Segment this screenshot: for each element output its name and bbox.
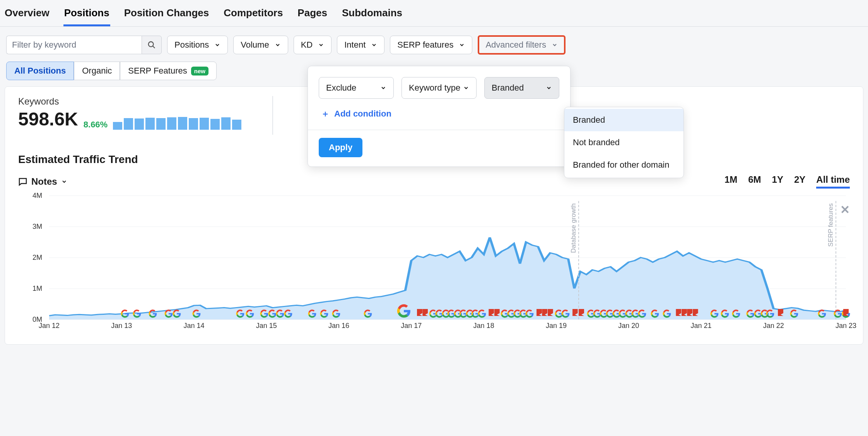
range-1y[interactable]: 1Y [772, 174, 783, 189]
filter-action-select[interactable]: Exclude [319, 77, 394, 99]
flag-marker-icon [676, 309, 681, 318]
filter-volume[interactable]: Volume [233, 36, 288, 54]
y-tick: 4M [32, 192, 42, 200]
notes-label: Notes [31, 176, 57, 187]
sparkline-bar [113, 122, 122, 130]
keyword-search-input[interactable] [6, 36, 142, 54]
annotation-label: SERP features [827, 203, 835, 247]
flag-marker-icon [572, 309, 578, 318]
google-marker-icon [149, 309, 157, 318]
add-condition-button[interactable]: ＋ Add condition [321, 108, 559, 120]
google-marker-icon [276, 309, 284, 318]
x-tick: Jan 23 [836, 322, 856, 330]
y-tick: 2M [32, 254, 42, 262]
google-marker-icon [638, 309, 646, 318]
x-tick: Jan 12 [39, 322, 60, 330]
filter-serp-features[interactable]: SERP features [390, 36, 472, 54]
y-tick: 1M [32, 285, 42, 293]
advanced-filters-popover: Exclude Keyword type Branded ＋ Add condi… [308, 66, 571, 167]
flag-marker-icon [682, 309, 687, 318]
google-marker-icon [236, 309, 244, 318]
add-condition-label: Add condition [334, 109, 391, 119]
google-marker-icon [397, 304, 411, 318]
sparkline-bar [145, 118, 155, 130]
segment-all-positions[interactable]: All Positions [6, 62, 74, 80]
apply-button[interactable]: Apply [319, 138, 362, 157]
segment-serp-features[interactable]: SERP Featuresnew [120, 62, 217, 80]
google-marker-icon [732, 309, 740, 318]
x-tick: Jan 21 [690, 322, 711, 330]
google-marker-icon [268, 309, 277, 318]
tab-competitors[interactable]: Competitors [223, 5, 284, 26]
filter-value-select[interactable]: Branded [484, 77, 559, 99]
filter-pill-label: KD [301, 40, 313, 50]
filter-pill-label: Volume [241, 40, 269, 50]
flag-marker-icon [494, 309, 500, 318]
menu-item-branded[interactable]: Branded [564, 109, 683, 131]
segment-label: SERP Features [128, 66, 187, 76]
advanced-filters-button[interactable]: Advanced filters [478, 35, 566, 55]
stat-divider [272, 96, 273, 135]
keyword-search [6, 36, 162, 54]
google-marker-icon [121, 309, 129, 318]
stat-keywords-pct: 8.66% [84, 120, 108, 130]
chevron-down-icon [546, 85, 552, 91]
filter-kd[interactable]: KD [294, 36, 332, 54]
google-marker-icon [834, 309, 842, 318]
keywords-sparkline [113, 116, 241, 130]
x-tick: Jan 22 [763, 322, 784, 330]
notes-icon [18, 177, 27, 186]
tab-overview[interactable]: Overview [4, 5, 50, 26]
filter-intent[interactable]: Intent [337, 36, 384, 54]
menu-item-branded-for-other-domain[interactable]: Branded for other domain [564, 154, 683, 176]
filter-value-label: Branded [492, 83, 524, 93]
x-tick: Jan 20 [618, 322, 639, 330]
range-2y[interactable]: 2Y [794, 174, 805, 189]
sparkline-bar [232, 120, 241, 130]
range-1m[interactable]: 1M [724, 174, 737, 189]
filter-bar: PositionsVolumeKDIntentSERP features Adv… [5, 27, 863, 62]
svg-line-1 [153, 46, 155, 48]
google-marker-icon [766, 309, 774, 318]
sparkline-bar [210, 119, 220, 130]
chevron-down-icon [275, 42, 281, 48]
sparkline-bar [200, 118, 209, 130]
google-marker-icon [246, 309, 254, 318]
flag-marker-icon [843, 309, 849, 318]
flag-marker-icon [548, 309, 553, 318]
google-marker-icon [790, 309, 798, 318]
google-marker-icon [260, 309, 268, 318]
filter-positions[interactable]: Positions [167, 36, 228, 54]
filter-pill-label: SERP features [397, 40, 453, 50]
sparkline-bar [221, 117, 231, 130]
keyword-search-button[interactable] [142, 36, 162, 54]
tab-subdomains[interactable]: Subdomains [341, 5, 403, 26]
google-marker-icon [320, 309, 328, 318]
range-6m[interactable]: 6M [748, 174, 761, 189]
sparkline-bar [189, 118, 198, 130]
google-marker-icon [364, 309, 372, 318]
filter-action-label: Exclude [326, 83, 356, 93]
svg-point-0 [149, 42, 154, 47]
google-marker-icon [525, 309, 534, 318]
google-marker-icon [721, 309, 729, 318]
x-tick: Jan 13 [111, 322, 132, 330]
segment-organic[interactable]: Organic [74, 62, 120, 80]
menu-item-not-branded[interactable]: Not branded [564, 131, 683, 154]
tab-position-changes[interactable]: Position Changes [123, 5, 210, 26]
google-marker-icon [133, 309, 141, 318]
notes-button[interactable]: Notes [18, 176, 67, 187]
filter-field-select[interactable]: Keyword type [402, 77, 477, 99]
google-marker-icon [746, 309, 755, 318]
range-all-time[interactable]: All time [816, 174, 850, 189]
tab-positions[interactable]: Positions [63, 5, 110, 26]
x-axis: Jan 12Jan 13Jan 14Jan 15Jan 16Jan 17Jan … [49, 319, 846, 335]
tab-pages[interactable]: Pages [297, 5, 328, 26]
google-marker-icon [561, 309, 570, 318]
chevron-down-icon [463, 85, 469, 91]
x-tick: Jan 16 [328, 322, 349, 330]
x-tick: Jan 18 [473, 322, 494, 330]
stat-keywords: Keywords 598.6K 8.66% [18, 96, 241, 135]
google-marker-icon [478, 309, 486, 318]
y-axis: 0M1M2M3M4M [18, 196, 45, 319]
